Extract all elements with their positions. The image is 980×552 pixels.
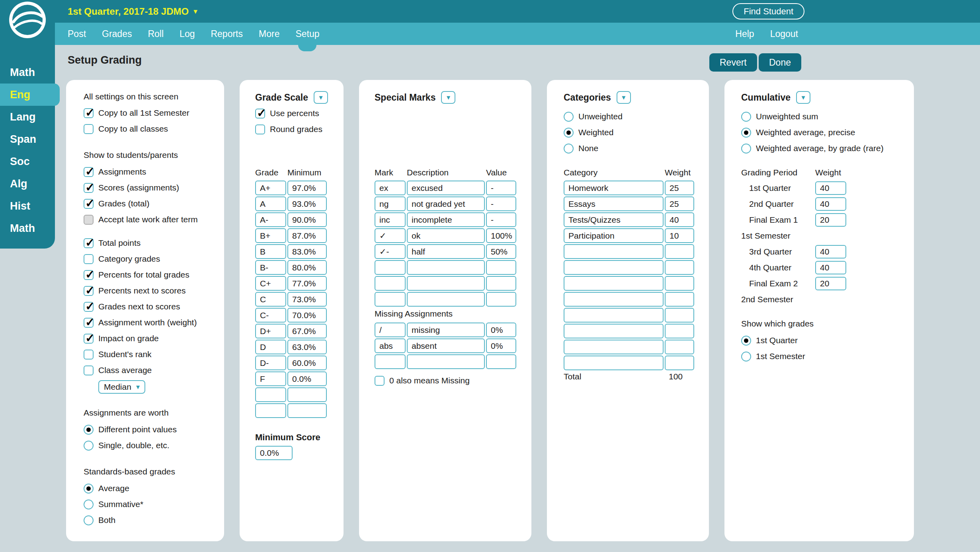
grade-cell[interactable]: A- (255, 212, 286, 227)
weight-cell[interactable]: 10 (665, 228, 694, 243)
term-selector[interactable]: 1st Quarter, 2017-18 JDMO ▾ (68, 0, 197, 23)
grade-cell[interactable] (255, 403, 286, 418)
period-weight-input[interactable]: 20 (815, 277, 846, 290)
description-cell[interactable] (407, 354, 485, 369)
category-cell[interactable] (564, 292, 664, 307)
nav-item[interactable]: More (259, 23, 279, 45)
category-cell[interactable] (564, 340, 664, 354)
checkbox[interactable] (84, 167, 94, 177)
category-cell[interactable] (564, 244, 664, 259)
grade-cell[interactable]: D- (255, 356, 286, 370)
minimum-score-input[interactable]: 0.0% (255, 446, 293, 460)
grade-cell[interactable]: B+ (255, 228, 286, 243)
minimum-cell[interactable]: 83.0% (287, 244, 327, 259)
mark-cell[interactable] (375, 292, 406, 307)
value-cell[interactable]: 100% (486, 228, 516, 243)
description-cell[interactable]: missing (407, 323, 485, 337)
weight-cell[interactable] (665, 276, 694, 291)
radio-button[interactable] (84, 515, 94, 525)
minimum-cell[interactable]: 70.0% (287, 308, 327, 323)
radio-button[interactable] (564, 128, 574, 138)
category-cell[interactable] (564, 308, 664, 323)
class-average-dropdown[interactable]: Median ▾ (98, 380, 145, 394)
minimum-cell[interactable] (287, 403, 327, 418)
weight-cell[interactable] (665, 308, 694, 323)
sidebar-item-class[interactable]: Span (0, 128, 55, 150)
category-cell[interactable]: Tests/Quizzes (564, 212, 664, 227)
period-weight-input[interactable]: 40 (815, 245, 846, 259)
checkbox[interactable] (255, 109, 265, 119)
weight-cell[interactable] (665, 324, 694, 338)
nav-item-logout[interactable]: Logout (770, 23, 798, 45)
sidebar-item-class[interactable]: Hist (0, 195, 55, 217)
weight-cell[interactable] (665, 244, 694, 259)
description-cell[interactable]: ok (407, 228, 485, 243)
value-cell[interactable] (486, 276, 516, 291)
description-cell[interactable] (407, 276, 485, 291)
grade-cell[interactable]: C+ (255, 276, 286, 291)
minimum-cell[interactable]: 67.0% (287, 324, 327, 338)
category-cell[interactable] (564, 356, 664, 370)
grade-cell[interactable]: F (255, 371, 286, 386)
radio-button[interactable] (741, 352, 751, 362)
mark-cell[interactable]: ex (375, 181, 406, 195)
mark-cell[interactable] (375, 354, 406, 369)
minimum-cell[interactable]: 0.0% (287, 371, 327, 386)
checkbox[interactable] (84, 302, 94, 312)
mark-cell[interactable]: ng (375, 196, 406, 211)
sidebar-item-class[interactable]: Eng (0, 84, 60, 106)
grade-cell[interactable] (255, 387, 286, 402)
nav-item[interactable]: Grades (102, 23, 132, 45)
value-cell[interactable]: 0% (486, 338, 516, 353)
weight-cell[interactable]: 25 (665, 181, 694, 195)
value-cell[interactable]: - (486, 196, 516, 211)
mark-cell[interactable]: ✓- (375, 244, 406, 259)
mark-cell[interactable]: abs (375, 338, 406, 353)
description-cell[interactable]: half (407, 244, 485, 259)
period-weight-input[interactable]: 40 (815, 261, 846, 274)
find-student-button[interactable]: Find Student (732, 3, 804, 19)
done-button[interactable]: Done (759, 53, 801, 72)
mark-cell[interactable] (375, 276, 406, 291)
grade-cell[interactable]: D+ (255, 324, 286, 338)
mark-cell[interactable]: / (375, 323, 406, 337)
checkbox[interactable] (84, 238, 94, 248)
category-cell[interactable] (564, 276, 664, 291)
period-weight-input[interactable]: 20 (815, 213, 846, 227)
nav-item-help[interactable]: Help (735, 23, 754, 45)
value-cell[interactable] (486, 260, 516, 275)
weight-cell[interactable]: 40 (665, 212, 694, 227)
checkbox[interactable] (84, 108, 94, 118)
grade-cell[interactable]: C- (255, 308, 286, 323)
radio-button[interactable] (84, 500, 94, 509)
mark-cell[interactable] (375, 260, 406, 275)
grade-cell[interactable]: D (255, 340, 286, 354)
minimum-cell[interactable]: 63.0% (287, 340, 327, 354)
sidebar-item-class[interactable]: Math (0, 61, 55, 84)
radio-button[interactable] (564, 112, 574, 122)
weight-cell[interactable] (665, 292, 694, 307)
radio-button[interactable] (741, 112, 751, 122)
checkbox[interactable] (84, 334, 94, 344)
minimum-cell[interactable]: 73.0% (287, 292, 327, 307)
description-cell[interactable] (407, 260, 485, 275)
grade-cell[interactable]: B- (255, 260, 286, 275)
category-cell[interactable] (564, 260, 664, 275)
radio-button[interactable] (741, 144, 751, 154)
value-cell[interactable]: - (486, 181, 516, 195)
minimum-cell[interactable]: 60.0% (287, 356, 327, 370)
description-cell[interactable] (407, 292, 485, 307)
checkbox[interactable] (84, 254, 94, 264)
category-cell[interactable]: Essays (564, 196, 664, 211)
weight-cell[interactable]: 25 (665, 196, 694, 211)
category-cell[interactable]: Homework (564, 181, 664, 195)
radio-button[interactable] (741, 336, 751, 346)
grade-scale-dropdown-button[interactable]: ▾ (314, 91, 328, 104)
minimum-cell[interactable]: 97.0% (287, 181, 327, 195)
categories-dropdown-button[interactable]: ▾ (617, 91, 631, 104)
minimum-cell[interactable]: 87.0% (287, 228, 327, 243)
weight-cell[interactable] (665, 260, 694, 275)
sidebar-item-class[interactable]: Lang (0, 106, 55, 128)
sidebar-item-class[interactable]: Alg (0, 173, 55, 195)
special-marks-dropdown-button[interactable]: ▾ (441, 91, 455, 104)
